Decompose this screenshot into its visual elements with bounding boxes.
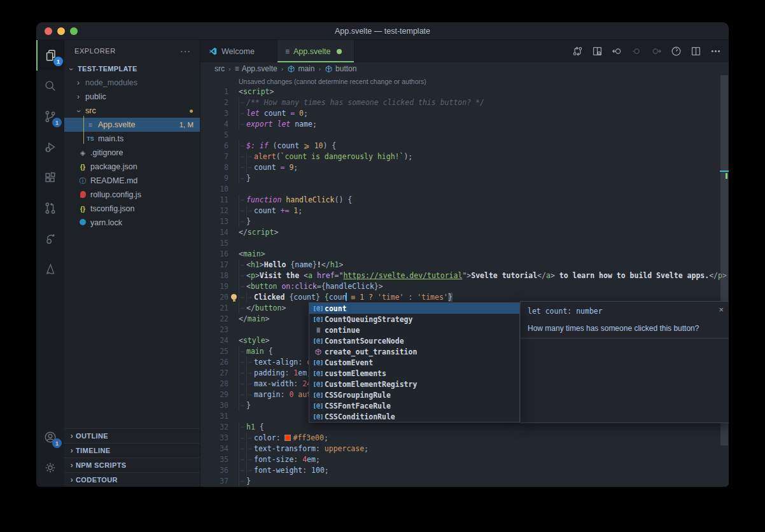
suggestion-create_out_transition[interactable]: create_out_transition [309, 346, 519, 357]
code-line[interactable]: 4→export let name; [200, 119, 729, 130]
breadcrumb-button[interactable]: button [325, 64, 356, 73]
git-status-badge: 1, M [179, 121, 193, 129]
code-line[interactable]: 36→→font-weight: 100; [200, 465, 729, 476]
close-icon[interactable]: × [719, 305, 724, 314]
tree-item-node-modules[interactable]: ›node_modules [64, 76, 200, 90]
code-line[interactable]: 12→→count += 1; [200, 206, 729, 216]
line-number: 36 [200, 465, 228, 476]
next-change-icon[interactable] [649, 45, 663, 59]
code-line[interactable]: 14</script> [200, 227, 729, 238]
more-actions-icon[interactable] [708, 45, 722, 59]
breadcrumb-separator: › [228, 65, 231, 73]
activity-source-control-icon[interactable]: 1 [36, 101, 64, 132]
activity-bar: 111 [36, 40, 64, 487]
split-editor-icon[interactable] [689, 45, 703, 59]
suggestion-continue[interactable]: ≣continue [309, 325, 519, 335]
activity-pull-requests-icon[interactable] [36, 193, 64, 223]
activity-settings-gear-icon[interactable] [36, 452, 64, 483]
code-line[interactable]: 15 [200, 238, 729, 249]
close-window-icon[interactable] [45, 27, 52, 35]
codelens-annotation[interactable]: Unsaved changes (cannot determine recent… [200, 75, 729, 87]
code-line[interactable]: 6→$: if (count ⩾ 10) { [200, 141, 729, 151]
tab-app-svelte[interactable]: ≡App.svelte [277, 40, 354, 62]
suggestion-count[interactable]: [@]count [309, 303, 519, 314]
json-file-icon: {} [78, 206, 87, 213]
tree-item-package-json[interactable]: {}package.json [64, 160, 200, 174]
tree-item-readme-md[interactable]: ⓘREADME.md [64, 174, 200, 188]
code-line[interactable]: 1<script> [200, 87, 729, 97]
code-line[interactable]: 9→} [200, 173, 729, 184]
section-codetour[interactable]: ›CODETOUR [64, 472, 200, 487]
line-number: 15 [200, 238, 228, 249]
minimize-window-icon[interactable] [57, 27, 65, 35]
suggestion-label: CountQueuingStrategy [325, 315, 412, 324]
editor-scrollbar[interactable] [720, 75, 729, 487]
suggestion-customevent[interactable]: [@]CustomEvent [309, 357, 519, 368]
suggestion-cssconditionrule[interactable]: [@]CSSConditionRule [309, 411, 519, 422]
lightbulb-icon[interactable] [231, 294, 237, 300]
code-line[interactable]: 34→→text-transform: uppercase; [200, 444, 729, 454]
code-line[interactable]: 19→<button on:click={handleClick}> [200, 281, 729, 292]
activity-search-icon[interactable] [36, 71, 64, 101]
code-line[interactable]: 16<main> [200, 249, 729, 260]
line-number: 17 [200, 260, 228, 270]
activity-live-share-icon[interactable] [36, 223, 64, 254]
code-editor[interactable]: Unsaved changes (cannot determine recent… [200, 75, 729, 487]
title-bar[interactable]: App.svelte — test-template [36, 22, 729, 40]
line-number: 2 [200, 97, 228, 108]
code-line[interactable]: 8→→count = 9; [200, 162, 729, 173]
previous-change-icon[interactable] [610, 45, 624, 59]
code-line[interactable]: 17→<h1>Hello {name}!</h1> [200, 260, 729, 270]
line-number: 1 [200, 87, 228, 97]
open-changes-icon[interactable] [570, 45, 584, 59]
breadcrumb-src[interactable]: src [214, 64, 225, 73]
activity-run-debug-icon[interactable] [36, 132, 64, 162]
code-line[interactable]: 5 [200, 130, 729, 141]
code-line[interactable]: 18→<p>Visit the <a href="https://svelte.… [200, 270, 729, 281]
code-line[interactable]: 13→} [200, 216, 729, 227]
code-line[interactable]: 35→→font-size: 4em; [200, 454, 729, 465]
suggestion-constantsourcenode[interactable]: [@]ConstantSourceNode [309, 335, 519, 346]
code-line[interactable]: 11→function handleClick() { [200, 195, 729, 206]
line-number: 31 [200, 411, 228, 422]
section-outline[interactable]: ›OUTLINE [64, 428, 200, 443]
tree-item-yarn-lock[interactable]: yarn.lock [64, 216, 200, 230]
tree-item-main-ts[interactable]: TSmain.ts [64, 132, 200, 146]
tree-item-public[interactable]: ›public [64, 90, 200, 104]
code-line[interactable]: 33→→color: #ff3e00; [200, 433, 729, 444]
suggestion-cssgroupingrule[interactable]: [@]CSSGroupingRule [309, 389, 519, 400]
explorer-more-actions-icon[interactable]: ··· [180, 46, 191, 56]
section-npm-scripts[interactable]: ›NPM SCRIPTS [64, 458, 200, 472]
change-indicator-icon[interactable] [629, 45, 643, 59]
line-number: 30 [200, 400, 228, 411]
symbol-variable-icon: [@] [312, 359, 325, 366]
tree-item--gitignore[interactable]: ◈.gitignore [64, 146, 200, 160]
tree-item-src[interactable]: ›src● [64, 104, 200, 118]
section-timeline[interactable]: ›TIMELINE [64, 443, 200, 458]
tree-item-app-svelte[interactable]: ≡App.svelte1, M [64, 118, 200, 132]
activity-extensions-icon[interactable] [36, 162, 64, 193]
tab-welcome[interactable]: Welcome [200, 40, 277, 62]
code-line[interactable]: 3→let count = 0; [200, 108, 729, 119]
suggestion-customelementregistry[interactable]: [@]CustomElementRegistry [309, 379, 519, 389]
run-timer-icon[interactable] [669, 45, 683, 59]
code-line[interactable]: 2→/** How many times has someone clicked… [200, 97, 729, 108]
activity-azure-icon[interactable] [36, 254, 64, 284]
breadcrumb-main[interactable]: main [287, 64, 314, 73]
suggestion-cssfontfacerule[interactable]: [@]CSSFontFaceRule [309, 400, 519, 411]
activity-explorer-icon[interactable]: 1 [36, 40, 66, 71]
activity-account-icon[interactable]: 1 [36, 422, 64, 452]
code-line[interactable]: 7→→alert(`count is dangerously high!`); [200, 151, 729, 162]
tree-item-rollup-config-js[interactable]: rollup.config.js [64, 188, 200, 202]
code-line[interactable]: 10 [200, 184, 729, 195]
docs-divider [521, 338, 729, 339]
tree-item-test-template[interactable]: ›TEST-TEMPLATE [64, 62, 200, 76]
code-line[interactable]: 32→h1 { [200, 422, 729, 433]
maximize-window-icon[interactable] [70, 27, 78, 35]
tree-item-tsconfig-json[interactable]: {}tsconfig.json [64, 202, 200, 216]
suggestion-countqueuingstrategy[interactable]: [@]CountQueuingStrategy [309, 314, 519, 325]
open-preview-icon[interactable] [590, 45, 604, 59]
suggestion-customelements[interactable]: [@]customElements [309, 368, 519, 379]
breadcrumb-app-svelte[interactable]: ≡App.svelte [235, 64, 277, 73]
code-line[interactable]: 37→} [200, 476, 729, 487]
